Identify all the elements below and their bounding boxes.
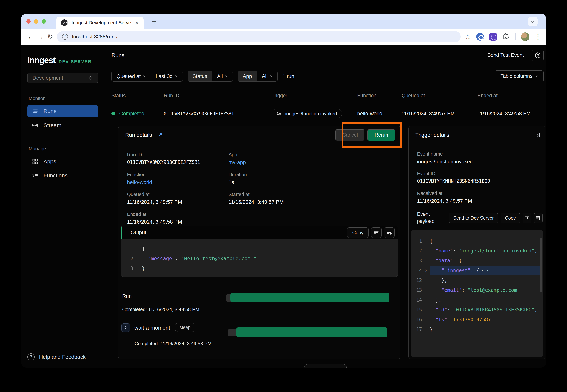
code-line: 4› "_inngest": {··· [411,266,543,275]
column-header-status[interactable]: Status [111,93,164,98]
line-number: 2 [411,248,422,253]
cancel-button[interactable]: Cancel [336,129,364,141]
column-header-trigger[interactable]: Trigger [272,93,357,98]
expand-lines-icon [386,230,392,236]
close-window-button[interactable] [26,19,31,24]
new-tab-button[interactable]: + [149,17,159,27]
step-timeline-bar[interactable] [236,327,387,337]
run-status: Completed [119,111,144,117]
toolbar-divider [515,33,516,40]
send-to-dev-server-button[interactable]: Send to Dev Server [449,213,498,223]
trigger-details-title: Trigger details [415,132,449,138]
field-event-name: Event name inngest/function.invoked [417,151,545,171]
line-number: 2 [121,256,133,261]
payload-scrollbar[interactable] [540,238,542,292]
sidebar-item-label: Stream [43,122,61,128]
chevron-down-icon [531,19,535,23]
sidebar-item-apps[interactable]: Apps [28,155,98,168]
code-content: }, [430,276,540,284]
trigger-details-fields: Event name inngest/function.invoked Even… [409,144,545,210]
function-link[interactable]: hello-world [127,179,228,185]
send-test-event-button[interactable]: Send Test Event [482,50,529,61]
field-started-at: Started at 11/16/2024, 3:49:57 PM [228,192,400,211]
inngest-app: inngest DEV SERVER Development Monitor R… [21,44,546,367]
extension-icon[interactable] [489,33,497,41]
payload-expand-button[interactable] [534,213,543,223]
browser-menu-icon[interactable]: ⋮ [535,33,541,41]
chevron-down-icon [536,74,539,77]
code-line: 15 "id": "01JCVBTMTKR41S8STTKEXSKX6C", [411,305,543,315]
copy-payload-button[interactable]: Copy [500,213,520,223]
profile-avatar[interactable] [521,32,529,41]
column-header-function[interactable]: Function [357,93,402,98]
collapse-chevron-icon[interactable]: › [422,267,430,274]
collapse-panel-button[interactable] [534,132,540,138]
inngest-favicon-icon [61,19,68,26]
main-content: Runs Send Test Event Queued at Last 3d [104,44,546,367]
settings-button[interactable] [532,50,544,61]
copy-output-button[interactable]: Copy [347,227,369,238]
code-line: 3} [121,263,398,273]
time-range-dropdown[interactable]: Last 3d [151,71,183,82]
app-link[interactable]: my-app [228,159,400,165]
output-success-accent [121,226,122,239]
sidebar-item-label: Apps [43,158,56,165]
payload-word-wrap-button[interactable] [523,213,531,223]
column-header-run-id[interactable]: Run ID [164,93,272,98]
minimize-window-button[interactable] [34,19,38,24]
table-row[interactable]: Completed 01JCVBTMV3WXY9D3CFDEJFZSB1 inn… [104,105,546,122]
bookmark-star-icon[interactable]: ☆ [465,33,471,41]
status-filter-dropdown[interactable]: All [212,71,233,82]
sidebar: inngest DEV SERVER Development Monitor R… [21,44,104,367]
code-line: 14 }, [411,295,543,305]
site-info-icon[interactable]: i [62,34,68,40]
app-filter-dropdown[interactable]: All [257,71,277,82]
field-function: Function hello-world [127,172,228,192]
expand-all-button[interactable] [384,227,395,238]
word-wrap-button[interactable] [371,227,382,238]
run-timeline-bar[interactable] [230,293,389,302]
field-queued-at: Queued at 11/16/2024, 3:49:57 PM [127,192,228,211]
apps-grid-icon [32,158,38,165]
sidebar-item-runs[interactable]: Runs [28,105,98,117]
manage-section-label: Manage [28,146,98,152]
reload-button[interactable]: ↻ [45,32,55,42]
trigger-pill[interactable]: inngest/function.invoked [272,109,342,118]
forward-button[interactable]: → [36,32,45,42]
back-button[interactable]: ← [26,32,36,42]
code-content: "data": { [430,256,540,265]
line-number: 15 [411,307,422,313]
column-header-queued-at[interactable]: Queued at [402,93,478,98]
table-columns-button[interactable]: Table columns [495,70,544,82]
tab-search-button[interactable] [528,17,538,26]
runs-list-icon [32,108,38,114]
close-tab-icon[interactable]: × [135,20,139,26]
browser-tab[interactable]: Inngest Development Server × [56,16,143,29]
rerun-button[interactable]: Rerun [368,129,395,141]
expand-step-button[interactable] [121,323,130,332]
event-payload-header: Event payload Send to Dev Server Copy [409,206,545,230]
toolbar-icons: ☆ ⋮ [465,32,541,41]
sidebar-item-stream[interactable]: Stream [28,119,98,131]
stream-broadcast-icon [32,122,38,128]
open-external-link-icon[interactable] [157,132,163,138]
code-content: } [430,325,540,334]
dev-server-badge: DEV SERVER [59,59,92,64]
address-bar[interactable]: i localhost:8288/runs [57,31,461,42]
word-wrap-icon [524,215,530,221]
page-title: Runs [111,52,124,58]
load-more-button[interactable] [304,364,347,367]
queued-at-cell: 11/16/2024, 3:49:57 PM [402,111,478,117]
column-header-ended-at[interactable]: Ended at [478,93,546,98]
extensions-puzzle-icon[interactable] [502,33,510,41]
sidebar-item-functions[interactable]: Functions [28,169,98,182]
table-header: Status Run ID Trigger Function Queued at… [104,86,546,105]
password-manager-extension-icon[interactable] [476,33,484,41]
environment-select[interactable]: Development [28,72,98,83]
zoom-window-button[interactable] [42,19,46,24]
help-and-feedback[interactable]: ? Help and Feedback [28,353,86,361]
time-field-dropdown[interactable]: Queued at [112,71,151,82]
field-app: App my-app [228,152,400,172]
app-filter-label: App [238,71,257,82]
line-number: 17 [411,327,422,332]
